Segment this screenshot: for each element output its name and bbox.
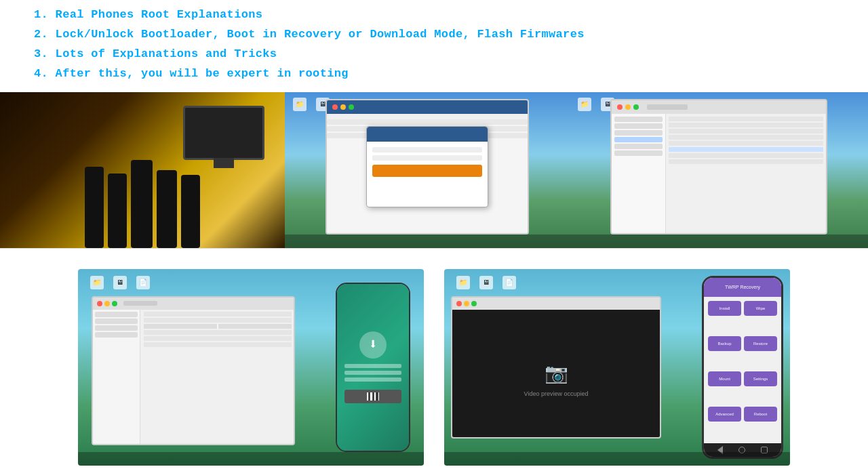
fm-file-5 [669, 141, 823, 146]
bd-dot-red [97, 301, 102, 306]
desktop-screenshot-3 [610, 99, 827, 234]
dialog-header [367, 127, 488, 142]
fm-file-8 [669, 159, 823, 164]
bottom-images-row: 📁 🖥 📄 [0, 249, 868, 466]
dot-green-2 [349, 104, 354, 110]
bottom-desktop-2: 📷 Video preview occupied [451, 296, 661, 439]
bottom-1-icon-1: 📁 [90, 276, 104, 289]
list-item-3: 3. Lots of Explanations and Tricks [34, 45, 834, 64]
fm-file-3 [669, 129, 823, 134]
desktop-icons-top3: 📁 🖥 [578, 98, 614, 111]
list-item-1: 1. Real Phones Root Explanations [34, 5, 834, 25]
barcode [344, 390, 402, 403]
fm-sidebar-item-2 [614, 123, 663, 129]
bottom-image-1: 📁 🖥 📄 [78, 269, 424, 466]
bottom-row-form [144, 324, 292, 329]
fm-file-4 [669, 135, 823, 140]
dot-yellow-2 [340, 104, 346, 110]
dialog-text-2 [372, 155, 482, 161]
phone-screen-2: TWRP Recovery Install Wipe Backup Restor… [704, 278, 781, 457]
fm-sidebar-item-4 [614, 137, 663, 142]
phone-screen-download: ⬇ [337, 284, 409, 451]
phone-btn-reboot[interactable]: Reboot [744, 407, 777, 422]
bd2-dot-red [456, 301, 462, 306]
phone-header-text: TWRP Recovery [725, 285, 760, 289]
fm-main [666, 114, 826, 233]
bd-bar [123, 301, 157, 306]
desktop-filemanager-image: 📁 🖥 [570, 92, 868, 248]
dot-yellow-3 [625, 104, 631, 110]
phone-btn-restore[interactable]: Restore [744, 336, 777, 351]
bottom-row-5 [144, 342, 292, 347]
monitor-shape [183, 106, 264, 160]
desktop-screenshot-2 [326, 99, 529, 234]
fm-sidebar-item-5 [614, 144, 663, 149]
phone-2 [108, 174, 127, 248]
dialog-button[interactable] [372, 165, 482, 177]
dialog-box [366, 126, 488, 207]
bottom-s-3 [95, 325, 138, 331]
top-images-row: 📁 🖥 [0, 92, 868, 248]
list-item-4: 4. After this, you will be expert in roo… [34, 64, 834, 84]
phone-btn-mount[interactable]: Mount [708, 371, 741, 386]
fm-body [612, 114, 826, 233]
bottom-desktop-1 [92, 296, 295, 445]
dialog-content [367, 142, 488, 182]
bottom-2-icons: 📁 🖥 📄 [456, 276, 516, 289]
taskbar-bottom-1 [78, 452, 424, 466]
bottom-2-icon-3: 📄 [502, 276, 516, 289]
ptl-3 [344, 378, 402, 382]
bottom-s-1 [95, 312, 138, 317]
phones-desk-image [0, 92, 285, 248]
bottom-1-icon-3: 📄 [136, 276, 150, 289]
desktop-icons-top2: 📁 🖥 [293, 98, 330, 111]
phone-btn-advanced[interactable]: Advanced [708, 407, 741, 422]
fm-file-7 [669, 153, 823, 158]
fm-file-1 [669, 117, 823, 121]
dialog-text-1 [372, 147, 482, 152]
phone-btn-backup[interactable]: Backup [708, 336, 741, 351]
bd-dot-yellow [104, 301, 110, 306]
bottom-row-4 [144, 336, 292, 341]
bottom-main-1 [142, 310, 294, 444]
screenshot-body-2 [327, 119, 528, 234]
desktop-icon-1: 📁 [293, 98, 307, 111]
download-icon: ⬇ [359, 331, 387, 359]
fm-file-6 [669, 147, 823, 152]
phone-3 [131, 160, 153, 248]
fm-sidebar-item-3 [614, 130, 663, 136]
bottom-desktop-body-1 [93, 310, 294, 444]
intro-list-section: 1. Real Phones Root Explanations 2. Lock… [0, 0, 868, 92]
dot-red-3 [617, 104, 623, 110]
bd2-dot-yellow [464, 301, 469, 306]
phone-btn-install[interactable]: Install [708, 301, 741, 316]
bottom-1-icons: 📁 🖥 📄 [90, 276, 150, 289]
dot-red-2 [332, 104, 338, 110]
fm-header [612, 100, 826, 114]
fm-address-bar [647, 104, 688, 110]
ptl-2 [344, 371, 402, 375]
phone-btn-wipe[interactable]: Wipe [744, 301, 777, 316]
video-preview-area: 📷 Video preview occupied [452, 310, 660, 439]
phone-btn-settings[interactable]: Settings [744, 371, 777, 386]
bottom-image-2: 📁 🖥 📄 📷 Video preview occupied TWRP Reco… [444, 269, 790, 466]
taskbar-bottom-2 [444, 452, 790, 466]
bd-dot-green [112, 301, 117, 306]
bottom-desktop-header-1 [93, 298, 294, 310]
fm-sidebar [612, 114, 666, 233]
fm-sidebar-item-6 [614, 150, 663, 156]
desktop-icon-3: 📁 [578, 98, 591, 111]
phone-header-2: TWRP Recovery [704, 278, 781, 297]
phone-1 [85, 167, 104, 248]
phone-4 [157, 170, 177, 248]
list-item-2: 2. Lock/Unlock Bootloader, Boot in Recov… [34, 25, 834, 45]
file-row-1 [327, 119, 528, 125]
bottom-2-icon-2: 🖥 [479, 276, 493, 289]
bottom-sidebar [93, 310, 140, 444]
bottom-row-2 [144, 318, 292, 323]
screenshot-header-2 [327, 100, 528, 114]
taskbar-3 [570, 234, 868, 248]
phone-text-lines [344, 364, 402, 384]
fm-sidebar-item-1 [614, 117, 663, 122]
desktop-dialog-image: 📁 🖥 [285, 92, 570, 248]
